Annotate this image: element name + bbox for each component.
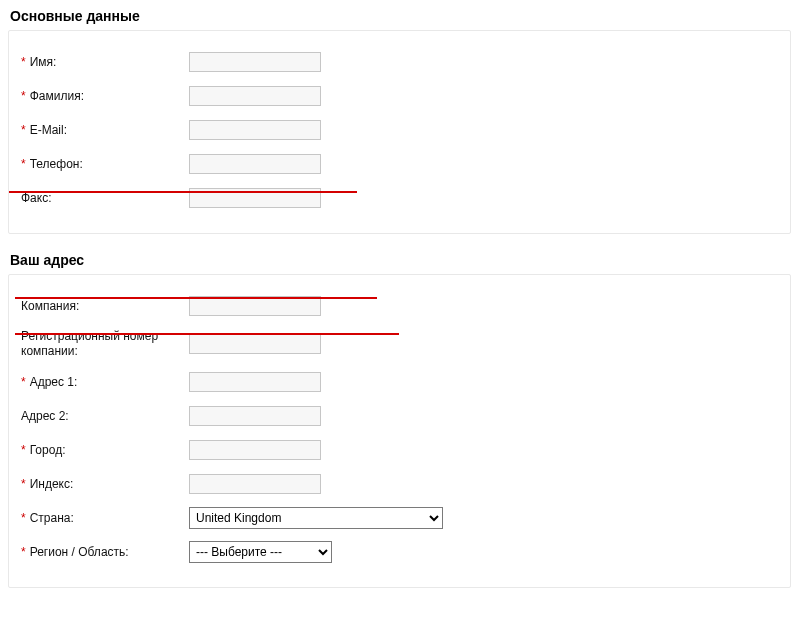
- label-text-regnum: Регистрационный номер компании:: [21, 329, 189, 359]
- section-title-basic: Основные данные: [0, 0, 799, 30]
- label-text-city: Город:: [30, 443, 66, 458]
- field-label-email: * E-Mail:: [21, 123, 189, 138]
- field-row-fax: Факс:: [9, 181, 790, 215]
- label-text-name: Имя:: [30, 55, 57, 70]
- required-star: *: [21, 375, 26, 390]
- address1-input[interactable]: [189, 372, 321, 392]
- required-star: *: [21, 443, 26, 458]
- section-title-address: Ваш адрес: [0, 244, 799, 274]
- label-text-address2: Адрес 2:: [21, 409, 69, 424]
- required-star: *: [21, 511, 26, 526]
- label-text-fax: Факс:: [21, 191, 52, 206]
- label-text-country: Страна:: [30, 511, 74, 526]
- address2-input[interactable]: [189, 406, 321, 426]
- postcode-input[interactable]: [189, 474, 321, 494]
- field-row-city: * Город:: [9, 433, 790, 467]
- field-row-phone: * Телефон:: [9, 147, 790, 181]
- country-select[interactable]: United Kingdom: [189, 507, 443, 529]
- required-star: *: [21, 55, 26, 70]
- section-box-basic: * Имя: * Фамилия: * E-Mail: * Телефон: Ф…: [8, 30, 791, 234]
- label-text-company: Компания:: [21, 299, 79, 314]
- label-text-postcode: Индекс:: [30, 477, 74, 492]
- field-label-address2: Адрес 2:: [21, 409, 189, 424]
- region-select[interactable]: --- Выберите ---: [189, 541, 332, 563]
- field-label-phone: * Телефон:: [21, 157, 189, 172]
- field-row-country: * Страна: United Kingdom: [9, 501, 790, 535]
- field-label-address1: * Адрес 1:: [21, 375, 189, 390]
- company-input[interactable]: [189, 296, 321, 316]
- label-text-address1: Адрес 1:: [30, 375, 78, 390]
- field-label-name: * Имя:: [21, 55, 189, 70]
- label-text-email: E-Mail:: [30, 123, 67, 138]
- label-text-surname: Фамилия:: [30, 89, 84, 104]
- field-row-address2: Адрес 2:: [9, 399, 790, 433]
- required-star: *: [21, 545, 26, 560]
- field-label-region: * Регион / Область:: [21, 545, 189, 560]
- field-label-postcode: * Индекс:: [21, 477, 189, 492]
- surname-input[interactable]: [189, 86, 321, 106]
- field-row-surname: * Фамилия:: [9, 79, 790, 113]
- email-input[interactable]: [189, 120, 321, 140]
- field-row-address1: * Адрес 1:: [9, 365, 790, 399]
- fax-input[interactable]: [189, 188, 321, 208]
- field-row-company: Компания:: [9, 289, 790, 323]
- required-star: *: [21, 157, 26, 172]
- required-star: *: [21, 123, 26, 138]
- field-row-email: * E-Mail:: [9, 113, 790, 147]
- phone-input[interactable]: [189, 154, 321, 174]
- field-label-fax: Факс:: [21, 191, 189, 206]
- required-star: *: [21, 89, 26, 104]
- label-text-region: Регион / Область:: [30, 545, 129, 560]
- name-input[interactable]: [189, 52, 321, 72]
- section-box-address: Компания: Регистрационный номер компании…: [8, 274, 791, 588]
- required-star: *: [21, 477, 26, 492]
- regnum-input[interactable]: [189, 334, 321, 354]
- field-row-name: * Имя:: [9, 45, 790, 79]
- field-label-company: Компания:: [21, 299, 189, 314]
- field-label-regnum: Регистрационный номер компании:: [21, 329, 189, 359]
- label-text-phone: Телефон:: [30, 157, 83, 172]
- field-row-region: * Регион / Область: --- Выберите ---: [9, 535, 790, 569]
- field-label-surname: * Фамилия:: [21, 89, 189, 104]
- field-row-postcode: * Индекс:: [9, 467, 790, 501]
- city-input[interactable]: [189, 440, 321, 460]
- field-label-country: * Страна:: [21, 511, 189, 526]
- field-label-city: * Город:: [21, 443, 189, 458]
- field-row-regnum: Регистрационный номер компании:: [9, 323, 790, 365]
